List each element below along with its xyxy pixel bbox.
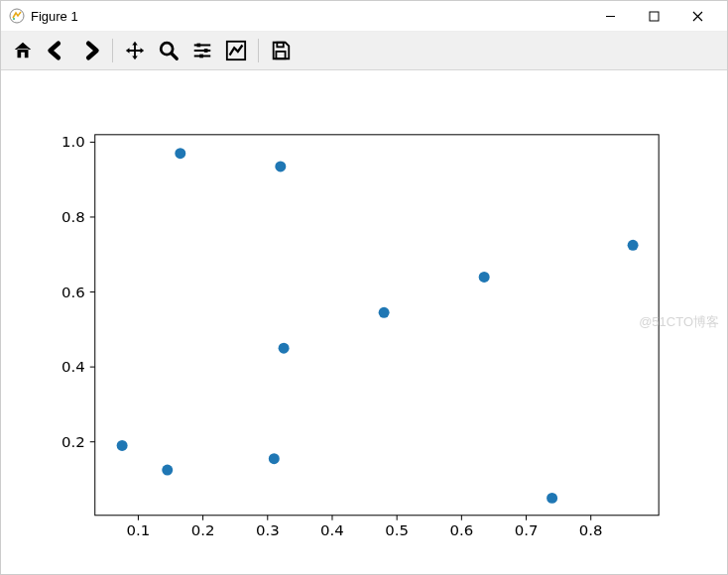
svg-point-39 bbox=[175, 148, 185, 159]
move-icon[interactable] bbox=[119, 35, 151, 66]
app-icon bbox=[9, 8, 25, 24]
svg-text:0.3: 0.3 bbox=[256, 521, 280, 539]
svg-text:0.4: 0.4 bbox=[61, 358, 85, 376]
svg-text:0.2: 0.2 bbox=[191, 521, 215, 539]
svg-rect-5 bbox=[204, 49, 208, 53]
svg-rect-9 bbox=[276, 52, 285, 58]
svg-point-45 bbox=[546, 493, 557, 504]
scatter-chart: 0.10.20.30.40.50.60.70.80.20.40.60.81.0 bbox=[1, 70, 727, 575]
svg-text:0.4: 0.4 bbox=[320, 521, 344, 539]
svg-text:0.8: 0.8 bbox=[61, 208, 85, 226]
toolbar-separator bbox=[258, 39, 259, 62]
zoom-icon[interactable] bbox=[153, 35, 184, 66]
back-icon[interactable] bbox=[41, 35, 72, 66]
minimize-button[interactable] bbox=[588, 1, 632, 31]
svg-text:0.6: 0.6 bbox=[61, 284, 85, 301]
window-title: Figure 1 bbox=[31, 9, 78, 24]
close-button[interactable] bbox=[675, 1, 719, 31]
toolbar-separator bbox=[112, 39, 113, 62]
svg-point-43 bbox=[379, 307, 390, 318]
svg-point-44 bbox=[479, 272, 490, 283]
svg-rect-2 bbox=[650, 12, 659, 21]
sliders-icon[interactable] bbox=[186, 35, 218, 66]
svg-point-0 bbox=[10, 9, 24, 23]
svg-point-42 bbox=[279, 343, 290, 354]
svg-point-40 bbox=[269, 453, 280, 464]
svg-point-38 bbox=[162, 465, 173, 476]
svg-rect-4 bbox=[197, 44, 201, 48]
maximize-button[interactable] bbox=[632, 1, 675, 31]
mpl-toolbar bbox=[1, 32, 727, 70]
svg-text:0.6: 0.6 bbox=[449, 521, 473, 539]
svg-point-1 bbox=[13, 18, 15, 20]
svg-text:0.7: 0.7 bbox=[515, 521, 539, 539]
chart-line-icon[interactable] bbox=[220, 35, 252, 66]
figure-window: Figure 1 bbox=[0, 0, 728, 575]
svg-point-37 bbox=[117, 440, 128, 451]
svg-text:0.5: 0.5 bbox=[385, 521, 409, 539]
svg-text:0.8: 0.8 bbox=[579, 521, 603, 539]
svg-text:0.1: 0.1 bbox=[127, 521, 151, 539]
svg-rect-8 bbox=[277, 43, 283, 48]
plot-area[interactable]: 0.10.20.30.40.50.60.70.80.20.40.60.81.0 … bbox=[1, 70, 727, 574]
forward-icon[interactable] bbox=[74, 35, 106, 66]
svg-point-41 bbox=[275, 161, 286, 172]
titlebar: Figure 1 bbox=[1, 1, 727, 32]
svg-rect-6 bbox=[199, 55, 203, 58]
svg-rect-10 bbox=[95, 135, 659, 516]
svg-point-46 bbox=[628, 240, 639, 251]
save-icon[interactable] bbox=[265, 35, 297, 66]
home-icon[interactable] bbox=[7, 35, 39, 66]
svg-text:0.2: 0.2 bbox=[61, 433, 85, 451]
svg-text:1.0: 1.0 bbox=[61, 133, 85, 151]
